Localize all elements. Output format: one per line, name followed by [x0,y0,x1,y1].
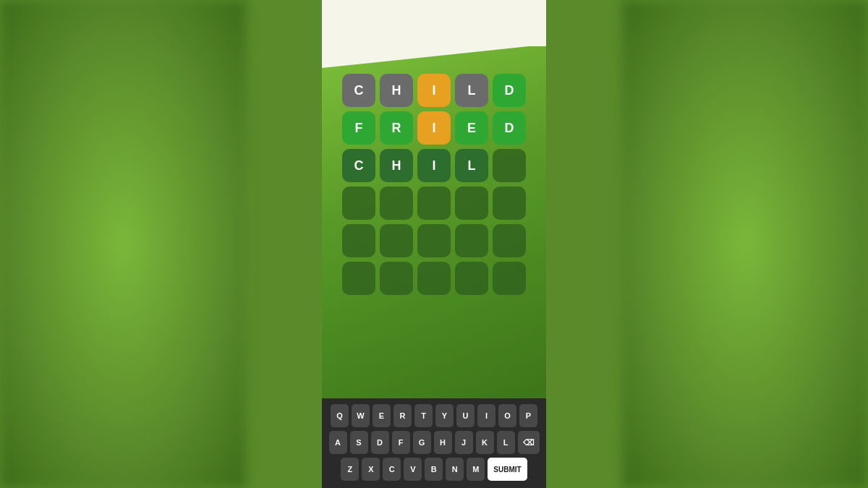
grid-row-1: FRIED [342,111,526,145]
key-c[interactable]: C [383,458,401,481]
kb-row-1: ASDFGHJKL⌫ [326,431,542,454]
key-m[interactable]: M [467,458,485,481]
tile-r1-c4: D [493,111,526,145]
key-i[interactable]: I [477,404,495,427]
grid-row-5 [342,262,526,295]
backspace-key[interactable]: ⌫ [518,431,540,454]
tile-r5-c4 [493,262,526,295]
key-w[interactable]: W [352,404,370,427]
tile-r5-c3 [455,262,488,295]
tile-r4-c0 [342,224,375,257]
tile-r3-c2 [417,187,451,220]
tile-r1-c2: I [417,111,451,145]
key-r[interactable]: R [393,404,412,427]
tile-r0-c1: H [380,74,413,107]
tile-r4-c1 [380,224,413,257]
key-d[interactable]: D [371,431,389,454]
tile-r4-c2 [417,224,451,257]
tile-r1-c1: R [380,111,413,145]
header-section [322,0,546,46]
key-u[interactable]: U [456,404,475,427]
bg-blur-left [0,0,246,488]
grid-row-3 [342,187,526,220]
kb-row-2: ZXCVBNMSUBMIT [326,458,542,481]
key-p[interactable]: P [519,404,537,427]
key-v[interactable]: V [404,458,422,481]
tile-r3-c0 [342,187,375,220]
key-e[interactable]: E [373,404,391,427]
game-area: CHILDFRIEDCHIL [322,46,546,398]
keyboard-section: QWERTYUIOPASDFGHJKL⌫ZXCVBNMSUBMIT [322,398,546,488]
kb-row-0: QWERTYUIOP [326,404,542,427]
tile-r0-c3: L [455,74,488,107]
tile-r4-c3 [455,224,488,257]
key-b[interactable]: B [425,458,443,481]
tile-r3-c3 [455,187,488,220]
page-title [336,13,532,36]
tile-r0-c4: D [493,74,526,107]
tile-r0-c2: I [417,74,451,107]
key-q[interactable]: Q [331,404,349,427]
key-z[interactable]: Z [341,458,359,481]
submit-key[interactable]: SUBMIT [488,458,527,481]
tile-r3-c4 [493,187,526,220]
tile-r2-c2: I [417,149,451,182]
tile-r3-c1 [380,187,413,220]
tile-r5-c0 [342,262,375,295]
grid-row-4 [342,224,526,257]
tile-r2-c4 [493,149,526,182]
tile-r0-c0: C [342,74,375,107]
key-l[interactable]: L [497,431,515,454]
key-t[interactable]: T [414,404,433,427]
tile-r1-c0: F [342,111,375,145]
key-k[interactable]: K [476,431,494,454]
key-n[interactable]: N [446,458,464,481]
tile-r5-c2 [417,262,451,295]
wordle-grid: CHILDFRIEDCHIL [342,74,526,295]
key-h[interactable]: H [434,431,452,454]
key-y[interactable]: Y [435,404,454,427]
tile-r2-c3: L [455,149,488,182]
tile-r1-c3: E [455,111,488,145]
grid-row-0: CHILD [342,74,526,107]
key-a[interactable]: A [329,431,347,454]
bg-blur-right [622,0,868,488]
key-j[interactable]: J [455,431,473,454]
key-s[interactable]: S [350,431,368,454]
key-o[interactable]: O [498,404,516,427]
key-f[interactable]: F [392,431,410,454]
key-x[interactable]: X [362,458,380,481]
tile-r2-c0: C [342,149,375,182]
tile-r5-c1 [380,262,413,295]
key-g[interactable]: G [413,431,431,454]
grid-row-2: CHIL [342,149,526,182]
tile-r4-c4 [493,224,526,257]
tile-r2-c1: H [380,149,413,182]
phone-container: CHILDFRIEDCHIL QWERTYUIOPASDFGHJKL⌫ZXCVB… [322,0,546,488]
